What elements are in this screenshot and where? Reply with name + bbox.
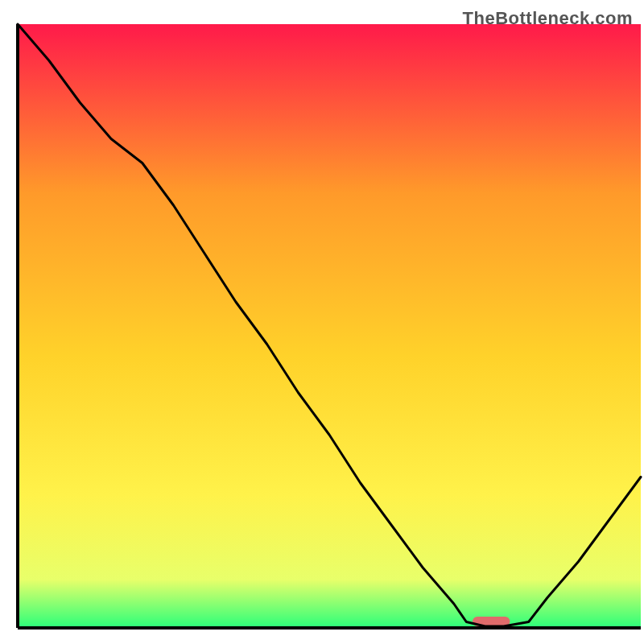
chart-container: TheBottleneck.com xyxy=(0,0,644,644)
watermark-label: TheBottleneck.com xyxy=(463,8,633,29)
bottleneck-chart xyxy=(0,0,644,644)
chart-background xyxy=(18,24,641,628)
